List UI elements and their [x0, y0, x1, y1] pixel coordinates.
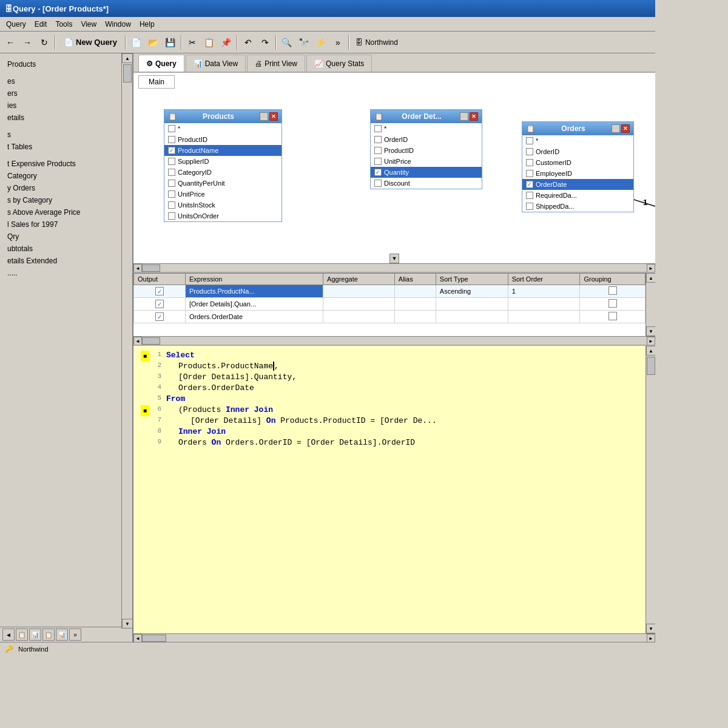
- grid-grouping-2[interactable]: [580, 298, 645, 311]
- checkbox-grouping-2[interactable]: [608, 299, 617, 308]
- grid-output-2[interactable]: ✓: [134, 298, 186, 311]
- products-col-productname[interactable]: ✓ ProductName: [164, 145, 281, 156]
- grid-vscroll[interactable]: ▲ ▼: [645, 273, 655, 336]
- scroll-up-btn[interactable]: ▲: [122, 53, 133, 63]
- scroll-thumb[interactable]: [123, 64, 132, 83]
- od-col-orderid[interactable]: OrderID: [371, 134, 482, 145]
- diagram-divider-arrow[interactable]: ▼: [389, 254, 399, 263]
- redo-btn[interactable]: ↷: [257, 35, 273, 50]
- grid-alias-1[interactable]: [394, 285, 436, 298]
- sidebar-item-2[interactable]: [5, 124, 119, 129]
- orders-col-star[interactable]: *: [522, 135, 633, 146]
- sidebar-item-etails[interactable]: etails: [5, 112, 119, 124]
- sub-tab-main[interactable]: Main: [138, 75, 175, 89]
- menu-edit[interactable]: Edit: [31, 19, 51, 30]
- refresh-btn[interactable]: ↻: [36, 35, 52, 50]
- od-checkbox-discount[interactable]: [374, 180, 382, 187]
- grid-scroll-down[interactable]: ▼: [646, 326, 655, 336]
- copy-btn[interactable]: 📋: [201, 35, 217, 50]
- sidebar-nav-icons4[interactable]: 📊: [56, 629, 68, 641]
- orders-minimize-btn[interactable]: _: [612, 124, 620, 133]
- grid-hscroll-left[interactable]: ◄: [133, 337, 142, 345]
- menu-query[interactable]: Query: [2, 19, 30, 30]
- sidebar-item-ies[interactable]: ies: [5, 99, 119, 112]
- checkbox-output-1[interactable]: ✓: [155, 287, 164, 295]
- open-btn[interactable]: 📂: [146, 35, 161, 50]
- run-btn[interactable]: ⚡: [313, 35, 329, 50]
- od-col-quantity[interactable]: ✓ Quantity: [371, 167, 482, 178]
- sidebar-item-tables[interactable]: t Tables: [5, 141, 119, 153]
- orders-checkbox-requireddate[interactable]: [526, 192, 533, 199]
- save-btn[interactable]: 💾: [163, 35, 178, 50]
- menu-view[interactable]: View: [77, 19, 100, 30]
- orders-checkbox-orderdate[interactable]: ✓: [526, 181, 533, 188]
- diagram-hscroll[interactable]: ◄ ►: [133, 263, 655, 272]
- sidebar-item-products[interactable]: Products: [5, 58, 119, 70]
- menu-window[interactable]: Window: [101, 19, 135, 30]
- products-col-star[interactable]: *: [164, 123, 281, 134]
- sidebar-item-details-ext[interactable]: etails Extended: [5, 255, 119, 267]
- grid-aggregate-2[interactable]: [323, 298, 395, 311]
- forward-btn[interactable]: →: [19, 35, 35, 50]
- products-checkbox-productname[interactable]: ✓: [168, 147, 175, 154]
- products-checkbox-categoryid[interactable]: [168, 169, 175, 176]
- find2-btn[interactable]: 🔭: [296, 35, 312, 50]
- sidebar-nav-icons1[interactable]: 📋: [16, 629, 28, 641]
- grid-sort-order-1[interactable]: 1: [508, 285, 580, 298]
- products-col-unitsonorder[interactable]: UnitsOnOrder: [164, 211, 281, 221]
- sql-scroll-down[interactable]: ▼: [646, 624, 655, 633]
- od-close-btn[interactable]: ✕: [470, 112, 478, 121]
- products-col-categoryid[interactable]: CategoryID: [164, 167, 281, 178]
- sql-hscroll[interactable]: ◄ ►: [133, 633, 655, 642]
- sidebar-item-es[interactable]: es: [5, 75, 119, 87]
- orders-checkbox-orderid[interactable]: [526, 148, 533, 155]
- grid-expression-1[interactable]: Products.ProductNa...: [185, 285, 323, 298]
- back-btn[interactable]: ←: [2, 35, 18, 50]
- products-close-btn[interactable]: ✕: [269, 112, 278, 121]
- sql-vscroll[interactable]: ▲ ▼: [645, 346, 655, 633]
- find-btn[interactable]: 🔍: [279, 35, 295, 50]
- table-row[interactable]: ✓ Orders.OrderDate: [134, 311, 645, 323]
- grid-sort-type-3[interactable]: [436, 311, 508, 323]
- checkbox-grouping-1[interactable]: [608, 286, 617, 295]
- sql-editor[interactable]: ■ 1 Select 2 Products.ProductName, 3 [Or…: [133, 346, 645, 633]
- new-file-btn[interactable]: 📄: [129, 35, 144, 50]
- products-col-unitsinstock[interactable]: UnitsInStock: [164, 200, 281, 211]
- grid-aggregate-3[interactable]: [323, 311, 395, 323]
- menu-tools[interactable]: Tools: [52, 19, 76, 30]
- sidebar-item-above-avg[interactable]: s Above Average Price: [5, 206, 119, 218]
- sidebar-nav-icons2[interactable]: 📊: [29, 629, 41, 641]
- sql-hscroll-thumb[interactable]: [142, 635, 166, 642]
- sidebar-nav-prev[interactable]: ◄: [2, 629, 15, 641]
- orders-col-orderid[interactable]: OrderID: [522, 146, 633, 157]
- sidebar-item-1[interactable]: [5, 70, 119, 75]
- od-checkbox-orderid[interactable]: [374, 136, 382, 143]
- tab-query-stats[interactable]: 📈 Query Stats: [306, 55, 372, 72]
- grid-aggregate-1[interactable]: [323, 285, 395, 298]
- sidebar-item-s[interactable]: s: [5, 129, 119, 141]
- tab-data-view[interactable]: 📊 Data View: [186, 55, 246, 72]
- products-checkbox-star[interactable]: [168, 125, 175, 132]
- sidebar-item-by-cat[interactable]: s by Category: [5, 194, 119, 206]
- hscroll-right-btn[interactable]: ►: [647, 264, 655, 272]
- sidebar-nav-icons3[interactable]: 📋: [42, 629, 55, 641]
- grid-hscroll-right[interactable]: ►: [647, 337, 655, 345]
- sql-scroll-thumb[interactable]: [647, 357, 655, 375]
- undo-btn[interactable]: ↶: [240, 35, 256, 50]
- orders-checkbox-employeeid[interactable]: [526, 170, 533, 177]
- orders-col-customerid[interactable]: CustomerID: [522, 157, 633, 168]
- sql-scroll-up[interactable]: ▲: [646, 346, 655, 356]
- products-col-qtyperunit[interactable]: QuantityPerUnit: [164, 178, 281, 189]
- od-checkbox-star[interactable]: [374, 125, 382, 132]
- products-minimize-btn[interactable]: _: [260, 112, 268, 121]
- checkbox-output-2[interactable]: ✓: [155, 300, 164, 308]
- table-row[interactable]: ✓ Products.ProductNa... Ascending 1: [134, 285, 645, 298]
- tab-query[interactable]: ⚙ Query: [138, 55, 184, 72]
- products-checkbox-unitsinstock[interactable]: [168, 201, 175, 209]
- orders-close-btn[interactable]: ✕: [621, 124, 630, 133]
- menu-help[interactable]: Help: [136, 19, 158, 30]
- od-col-star[interactable]: *: [371, 123, 482, 134]
- od-checkbox-quantity[interactable]: ✓: [374, 169, 382, 176]
- sidebar-item-sales[interactable]: l Sales for 1997: [5, 218, 119, 231]
- od-col-discount[interactable]: Discount: [371, 178, 482, 189]
